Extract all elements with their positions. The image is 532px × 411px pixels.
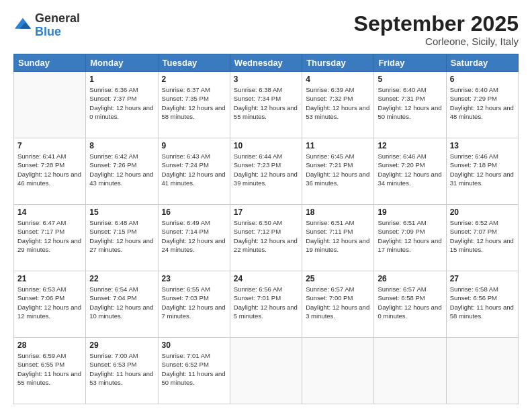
sunset-text: Sunset: 7:29 PM	[450, 94, 515, 103]
sunset-text: Sunset: 6:56 PM	[450, 293, 515, 302]
sunrise-text: Sunrise: 6:51 AM	[306, 218, 370, 227]
sunrise-text: Sunrise: 6:48 AM	[89, 218, 154, 227]
daylight-text: Daylight: 12 hours and 17 minutes.	[378, 236, 442, 255]
sunset-text: Sunset: 7:11 PM	[306, 227, 370, 236]
table-row	[446, 338, 518, 404]
table-row: 29Sunrise: 7:00 AMSunset: 6:53 PMDayligh…	[86, 338, 158, 404]
table-row: 19Sunrise: 6:51 AMSunset: 7:09 PMDayligh…	[374, 205, 446, 271]
sunset-text: Sunset: 7:37 PM	[89, 94, 154, 103]
sunrise-text: Sunrise: 6:42 AM	[89, 152, 154, 161]
table-row: 12Sunrise: 6:46 AMSunset: 7:20 PMDayligh…	[374, 138, 446, 205]
calendar-header-row: Sunday Monday Tuesday Wednesday Thursday…	[14, 54, 519, 72]
daylight-text: Daylight: 12 hours and 0 minutes.	[89, 103, 154, 122]
calendar-week-row: 21Sunrise: 6:53 AMSunset: 7:06 PMDayligh…	[14, 271, 519, 338]
table-row: 3Sunrise: 6:38 AMSunset: 7:34 PMDaylight…	[230, 72, 302, 138]
table-row: 4Sunrise: 6:39 AMSunset: 7:32 PMDaylight…	[302, 72, 374, 138]
sunrise-text: Sunrise: 6:56 AM	[234, 285, 298, 293]
day-number: 9	[162, 141, 226, 150]
header-monday: Monday	[86, 54, 158, 72]
daylight-text: Daylight: 12 hours and 10 minutes.	[89, 303, 154, 321]
sunrise-text: Sunrise: 6:58 AM	[450, 285, 515, 293]
table-row: 7Sunrise: 6:41 AMSunset: 7:28 PMDaylight…	[14, 138, 86, 205]
sunset-text: Sunset: 6:55 PM	[17, 360, 82, 369]
table-row: 27Sunrise: 6:58 AMSunset: 6:56 PMDayligh…	[446, 271, 518, 338]
header: General Blue September 2025 Corleone, Si…	[13, 12, 519, 47]
day-number: 29	[89, 340, 154, 350]
sunset-text: Sunset: 7:15 PM	[89, 227, 154, 236]
sunset-text: Sunset: 7:35 PM	[162, 94, 226, 103]
sunrise-text: Sunrise: 6:53 AM	[17, 285, 82, 293]
table-row: 28Sunrise: 6:59 AMSunset: 6:55 PMDayligh…	[14, 338, 86, 404]
sunrise-text: Sunrise: 6:37 AM	[162, 85, 226, 94]
sunrise-text: Sunrise: 6:47 AM	[17, 218, 82, 227]
calendar-week-row: 7Sunrise: 6:41 AMSunset: 7:28 PMDaylight…	[14, 138, 519, 205]
sunset-text: Sunset: 7:18 PM	[450, 161, 515, 169]
daylight-text: Daylight: 12 hours and 55 minutes.	[234, 103, 298, 122]
sunrise-text: Sunrise: 6:44 AM	[234, 152, 298, 161]
day-number: 27	[450, 274, 515, 283]
sunset-text: Sunset: 7:01 PM	[234, 293, 298, 302]
daylight-text: Daylight: 12 hours and 53 minutes.	[306, 103, 370, 122]
table-row: 17Sunrise: 6:50 AMSunset: 7:12 PMDayligh…	[230, 205, 302, 271]
daylight-text: Daylight: 12 hours and 0 minutes.	[378, 303, 442, 321]
sunset-text: Sunset: 7:20 PM	[378, 161, 442, 169]
table-row: 24Sunrise: 6:56 AMSunset: 7:01 PMDayligh…	[230, 271, 302, 338]
sunset-text: Sunset: 7:07 PM	[450, 227, 515, 236]
page: General Blue September 2025 Corleone, Si…	[0, 0, 532, 411]
day-number: 2	[162, 75, 226, 84]
location: Corleone, Sicily, Italy	[354, 36, 519, 47]
table-row: 6Sunrise: 6:40 AMSunset: 7:29 PMDaylight…	[446, 72, 518, 138]
table-row	[302, 338, 374, 404]
day-number: 12	[378, 141, 442, 150]
day-number: 24	[234, 274, 298, 283]
sunset-text: Sunset: 7:17 PM	[17, 227, 82, 236]
day-number: 4	[306, 75, 370, 84]
daylight-text: Daylight: 12 hours and 12 minutes.	[17, 303, 82, 321]
table-row	[14, 72, 86, 138]
daylight-text: Daylight: 12 hours and 31 minutes.	[450, 170, 515, 188]
sunset-text: Sunset: 7:28 PM	[17, 161, 82, 169]
sunset-text: Sunset: 7:04 PM	[89, 293, 154, 302]
sunrise-text: Sunrise: 7:01 AM	[162, 351, 226, 360]
daylight-text: Daylight: 12 hours and 24 minutes.	[162, 236, 226, 255]
sunset-text: Sunset: 6:58 PM	[378, 293, 442, 302]
day-number: 14	[17, 208, 82, 217]
table-row: 2Sunrise: 6:37 AMSunset: 7:35 PMDaylight…	[158, 72, 230, 138]
sunrise-text: Sunrise: 6:55 AM	[162, 285, 226, 293]
sunrise-text: Sunrise: 6:46 AM	[378, 152, 442, 161]
calendar-week-row: 14Sunrise: 6:47 AMSunset: 7:17 PMDayligh…	[14, 205, 519, 271]
daylight-text: Daylight: 12 hours and 48 minutes.	[450, 103, 515, 122]
table-row	[230, 338, 302, 404]
table-row: 11Sunrise: 6:45 AMSunset: 7:21 PMDayligh…	[302, 138, 374, 205]
header-thursday: Thursday	[302, 54, 374, 72]
daylight-text: Daylight: 12 hours and 46 minutes.	[17, 170, 82, 188]
daylight-text: Daylight: 12 hours and 36 minutes.	[306, 170, 370, 188]
sunrise-text: Sunrise: 6:40 AM	[378, 85, 442, 94]
sunset-text: Sunset: 7:14 PM	[162, 227, 226, 236]
logo-icon	[13, 16, 32, 35]
daylight-text: Daylight: 12 hours and 27 minutes.	[89, 236, 154, 255]
table-row	[374, 338, 446, 404]
day-number: 11	[306, 141, 370, 150]
sunset-text: Sunset: 7:34 PM	[234, 94, 298, 103]
logo-text: General Blue	[35, 12, 80, 39]
day-number: 17	[234, 208, 298, 217]
day-number: 28	[17, 340, 82, 350]
sunrise-text: Sunrise: 6:51 AM	[378, 218, 442, 227]
sunset-text: Sunset: 7:26 PM	[89, 161, 154, 169]
daylight-text: Daylight: 11 hours and 58 minutes.	[450, 303, 515, 321]
sunset-text: Sunset: 7:23 PM	[234, 161, 298, 169]
header-friday: Friday	[374, 54, 446, 72]
sunrise-text: Sunrise: 6:36 AM	[89, 85, 154, 94]
table-row: 20Sunrise: 6:52 AMSunset: 7:07 PMDayligh…	[446, 205, 518, 271]
daylight-text: Daylight: 11 hours and 55 minutes.	[17, 369, 82, 387]
header-wednesday: Wednesday	[230, 54, 302, 72]
table-row: 26Sunrise: 6:57 AMSunset: 6:58 PMDayligh…	[374, 271, 446, 338]
sunrise-text: Sunrise: 6:49 AM	[162, 218, 226, 227]
table-row: 5Sunrise: 6:40 AMSunset: 7:31 PMDaylight…	[374, 72, 446, 138]
logo-general: General	[35, 11, 80, 25]
sunrise-text: Sunrise: 6:43 AM	[162, 152, 226, 161]
day-number: 1	[89, 75, 154, 84]
sunset-text: Sunset: 7:21 PM	[306, 161, 370, 169]
calendar-week-row: 1Sunrise: 6:36 AMSunset: 7:37 PMDaylight…	[14, 72, 519, 138]
